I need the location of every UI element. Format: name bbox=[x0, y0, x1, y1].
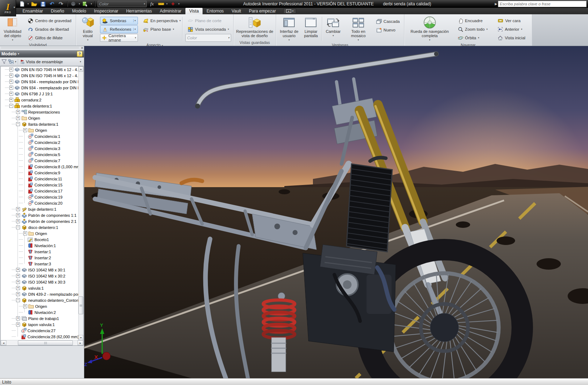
encuadre-button[interactable]: Encuadre bbox=[456, 17, 493, 25]
redo-button[interactable]: ↷ bbox=[58, 1, 65, 7]
tree-expander[interactable]: − bbox=[16, 225, 20, 229]
save-button[interactable] bbox=[40, 1, 47, 7]
help-icon[interactable]: ? bbox=[77, 51, 83, 57]
sombras-toggle[interactable]: Sombras ▾ bbox=[100, 17, 138, 25]
scroll-up-icon[interactable]: ▲ bbox=[79, 66, 83, 72]
scroll-down-icon[interactable]: ▼ bbox=[79, 335, 83, 340]
tree-item[interactable]: +Origen bbox=[1, 127, 79, 133]
tree-item[interactable]: +DIN 934 - reemplazado por DIN E bbox=[1, 85, 79, 91]
parameters-fx-button[interactable]: fx bbox=[149, 1, 156, 7]
filter-icon[interactable] bbox=[1, 59, 7, 64]
tree-expander[interactable]: + bbox=[9, 92, 13, 96]
nuevo-button[interactable]: Nuevo bbox=[374, 26, 402, 34]
tree-expander[interactable]: − bbox=[16, 298, 20, 302]
scroll-right-icon[interactable]: ► bbox=[78, 340, 83, 345]
tree-item[interactable]: +Patrón de componentes 1:1 bbox=[1, 212, 79, 218]
interfaz-de-usuario-button[interactable]: Interfaz de usuario▾ bbox=[278, 15, 300, 42]
grados-de-libertad-button[interactable]: Grados de libertad bbox=[26, 25, 74, 33]
new-file-caret[interactable]: ▾ bbox=[28, 2, 29, 5]
tree-expander[interactable]: + bbox=[23, 128, 27, 132]
panel-splitter[interactable]: × bbox=[0, 46, 84, 50]
tree-item[interactable]: Nivelación:2 bbox=[1, 309, 79, 315]
cascada-button[interactable]: Cascada bbox=[374, 18, 402, 25]
zoom-todo-button[interactable]: Zoom todo▾ bbox=[456, 25, 493, 33]
tree-expander[interactable]: + bbox=[16, 316, 20, 320]
vista-seccionada-button[interactable]: Vista seccionada▾ bbox=[185, 25, 231, 33]
tree-vertical-scrollbar[interactable]: ▲ ▼ bbox=[78, 66, 83, 340]
tree-item[interactable]: Insertar:2 bbox=[1, 255, 79, 261]
tree-expander[interactable]: + bbox=[16, 207, 20, 211]
tree-item[interactable]: Coincidencia:11 bbox=[1, 176, 79, 182]
centro-de-gravedad-button[interactable]: Centro de gravedad bbox=[26, 17, 74, 25]
undo-button[interactable]: ↶ bbox=[49, 1, 56, 7]
tree-expander[interactable]: + bbox=[9, 74, 13, 78]
visibilidad-del-objeto-button[interactable]: Visibilidad del objeto▾ bbox=[2, 15, 23, 42]
tab-para-empezar[interactable]: Para empezar bbox=[245, 8, 280, 14]
browser-header[interactable]: Modelo▾ ? bbox=[0, 50, 84, 58]
measure-caret[interactable]: ▾ bbox=[166, 2, 168, 5]
select-caret[interactable]: ▾ bbox=[91, 2, 92, 5]
tree-item[interactable]: Coincidencia:2 bbox=[1, 139, 79, 145]
tab-diseño[interactable]: Diseño bbox=[47, 8, 68, 14]
cambiar-button[interactable]: Cambiar▾ bbox=[324, 15, 343, 42]
tree-item[interactable]: +ISO 10642 M8 x 30:1 bbox=[1, 267, 79, 273]
tree-expander[interactable]: − bbox=[16, 122, 20, 126]
tab-ensamblar[interactable]: Ensamblar bbox=[19, 8, 47, 14]
minimize-ribbon-button[interactable]: ▲ ▾ bbox=[283, 8, 296, 14]
tree-item[interactable]: +DIN 934 - reemplazado por DIN E bbox=[1, 79, 79, 85]
tree-item[interactable]: +Origen bbox=[1, 230, 79, 236]
tree-item[interactable]: Coincidencia:15 bbox=[1, 182, 79, 188]
lighting-style-dropdown[interactable]: Carretera amane ▾ bbox=[100, 34, 138, 42]
tree-item[interactable]: +Representaciones bbox=[1, 109, 79, 115]
tab-herramientas[interactable]: Herramientas bbox=[122, 8, 156, 14]
tab-modelo[interactable]: Modelo bbox=[68, 8, 90, 14]
search-input[interactable] bbox=[498, 1, 587, 7]
tree-item[interactable]: Insertar:1 bbox=[1, 249, 79, 255]
plano-base-button[interactable]: Plano base▾ bbox=[141, 25, 179, 33]
tab-inspeccionar[interactable]: Inspeccionar bbox=[90, 8, 122, 14]
tree-item[interactable]: Nivelación:1 bbox=[1, 242, 79, 249]
tree-item[interactable]: Coincidencia:1 bbox=[1, 133, 79, 139]
tree-expander[interactable]: + bbox=[16, 213, 20, 217]
tree-expander[interactable]: + bbox=[16, 280, 20, 284]
app-menu-button[interactable]: I PRO ▾ bbox=[0, 0, 16, 16]
update-caret[interactable]: ▾ bbox=[79, 2, 80, 5]
tree-expander[interactable]: + bbox=[16, 268, 20, 272]
anterior-button[interactable]: Anterior▾ bbox=[495, 25, 530, 33]
open-button[interactable] bbox=[31, 1, 38, 7]
tree-expander[interactable]: + bbox=[23, 304, 27, 308]
tree-item[interactable]: +DIN EN ISO 7045 H M6 x 12 - 4.8 bbox=[1, 66, 79, 72]
tree-expander[interactable]: − bbox=[9, 104, 13, 108]
scroll-left-icon[interactable]: ◄ bbox=[1, 340, 6, 345]
tab-administrar[interactable]: Administrar bbox=[156, 8, 185, 14]
tree-item[interactable]: +Plano de trabajo1 bbox=[1, 315, 79, 321]
vista-inicial-button[interactable]: Vista inicial bbox=[495, 34, 530, 42]
tree-item[interactable]: Coincidencia:17 bbox=[1, 188, 79, 194]
tree-item[interactable]: Coincidencia:9 bbox=[1, 170, 79, 176]
tree-item[interactable]: +cerradura:2 bbox=[1, 97, 79, 103]
tree-item[interactable]: Insertar:3 bbox=[1, 261, 79, 267]
tree-item[interactable]: Coincidencia:28 (62,000 mm) bbox=[1, 334, 79, 340]
tree-item[interactable]: Coincidencia:3 bbox=[1, 145, 79, 151]
select-component-button[interactable] bbox=[82, 1, 89, 7]
tree-item[interactable]: +DIN EN ISO 7045 H M6 x 12 - 4.8 bbox=[1, 72, 79, 79]
tree-item[interactable]: +Patrón de componentes 2:1 bbox=[1, 218, 79, 224]
tree-expander[interactable]: + bbox=[16, 219, 20, 223]
tree-item[interactable]: −llanta delantera:1 bbox=[1, 121, 79, 127]
update-button[interactable] bbox=[70, 1, 77, 7]
tree-item[interactable]: −neumatico delantero_Contorr bbox=[1, 297, 79, 303]
tree-item[interactable]: Coincidencia:5 bbox=[1, 151, 79, 158]
assembly-view-label[interactable]: Vista de ensamblaje bbox=[26, 60, 63, 64]
close-icon[interactable]: × bbox=[81, 46, 83, 50]
tree-item[interactable]: +Origen bbox=[1, 115, 79, 121]
tree-expander[interactable]: + bbox=[9, 68, 13, 71]
tree-expander[interactable]: + bbox=[16, 274, 20, 278]
measure-button[interactable] bbox=[158, 1, 165, 7]
browser-hierarchy-icon[interactable] bbox=[8, 59, 14, 64]
tree-item[interactable]: Boceto1 bbox=[1, 236, 79, 242]
tree-item[interactable]: +DIN 6798 J J 19:1 bbox=[1, 91, 79, 97]
tree-expander[interactable]: + bbox=[23, 231, 27, 235]
tree-expander[interactable]: + bbox=[9, 98, 13, 102]
tree-item[interactable]: Coincidencia:20 bbox=[1, 200, 79, 206]
tree-item[interactable]: Coincidencia:19 bbox=[1, 194, 79, 200]
